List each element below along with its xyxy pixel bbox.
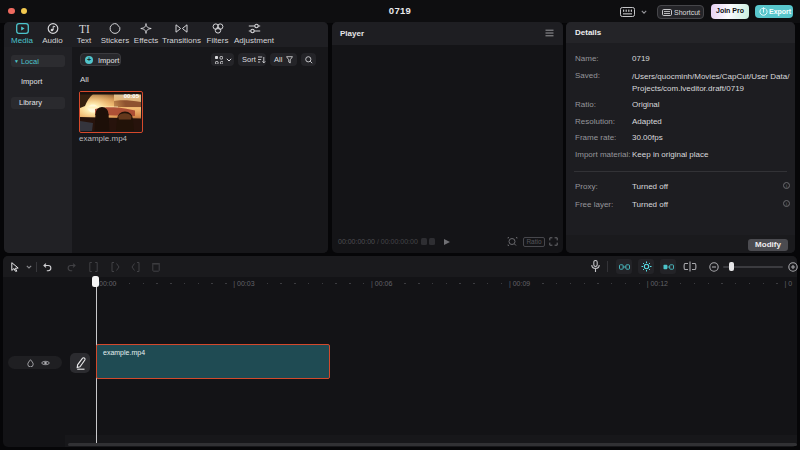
- svg-text:TI: TI: [79, 23, 90, 34]
